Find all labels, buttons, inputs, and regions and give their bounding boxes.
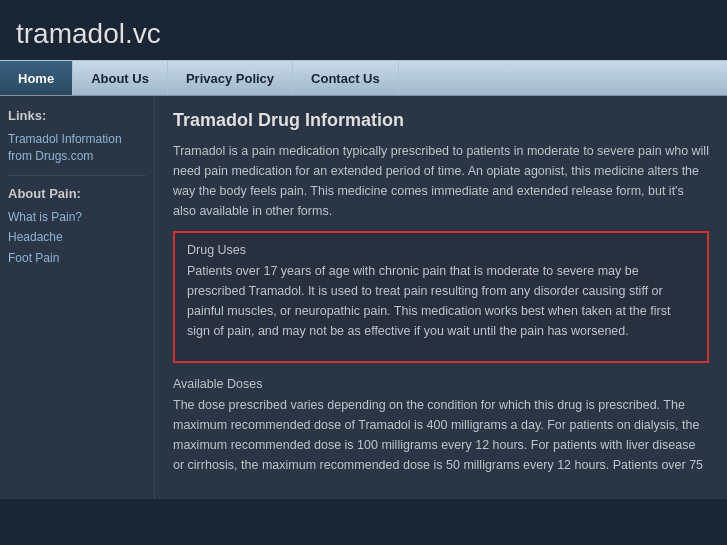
available-doses-subtitle: Available Doses xyxy=(173,377,709,391)
sidebar-link-tramadol[interactable]: Tramadol Information from Drugs.com xyxy=(8,131,146,165)
site-title: tramadol.vc xyxy=(0,0,727,60)
available-doses-text: The dose prescribed varies depending on … xyxy=(173,395,709,475)
sidebar-links-title: Links: xyxy=(8,108,146,125)
sidebar-divider xyxy=(8,175,146,176)
available-doses-section: Available Doses The dose prescribed vari… xyxy=(173,377,709,475)
main-layout: Links: Tramadol Information from Drugs.c… xyxy=(0,96,727,499)
drug-uses-title: Drug Uses xyxy=(187,243,695,257)
drug-uses-box: Drug Uses Patients over 17 years of age … xyxy=(173,231,709,363)
nav-about-us[interactable]: About Us xyxy=(73,61,168,95)
sidebar-about-pain-title: About Pain: xyxy=(8,186,146,203)
nav-bar: Home About Us Privacy Policy Contact Us xyxy=(0,60,727,96)
content-intro: Tramadol is a pain medication typically … xyxy=(173,141,709,221)
sidebar-link-foot-pain[interactable]: Foot Pain xyxy=(8,250,146,267)
nav-privacy-policy[interactable]: Privacy Policy xyxy=(168,61,293,95)
sidebar-link-headache[interactable]: Headache xyxy=(8,229,146,246)
content-area: Tramadol Drug Information Tramadol is a … xyxy=(155,96,727,499)
sidebar: Links: Tramadol Information from Drugs.c… xyxy=(0,96,155,499)
nav-contact-us[interactable]: Contact Us xyxy=(293,61,399,95)
sidebar-link-what-is-pain[interactable]: What is Pain? xyxy=(8,209,146,226)
nav-home[interactable]: Home xyxy=(0,61,73,95)
content-title: Tramadol Drug Information xyxy=(173,110,709,131)
drug-uses-text: Patients over 17 years of age with chron… xyxy=(187,261,695,341)
